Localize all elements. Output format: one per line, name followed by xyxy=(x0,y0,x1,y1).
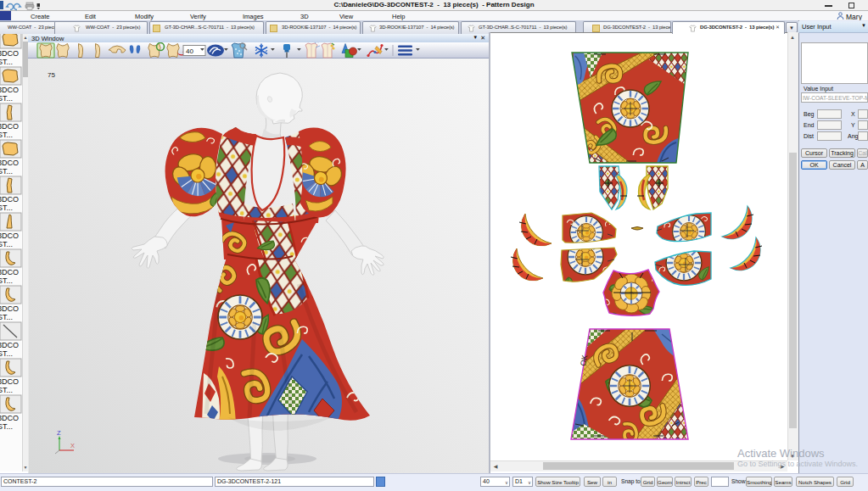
svg-text:75: 75 xyxy=(48,71,55,79)
svg-text:X: X xyxy=(70,442,75,449)
svg-text:Z: Z xyxy=(57,429,61,437)
svg-text:40: 40 xyxy=(186,47,193,55)
